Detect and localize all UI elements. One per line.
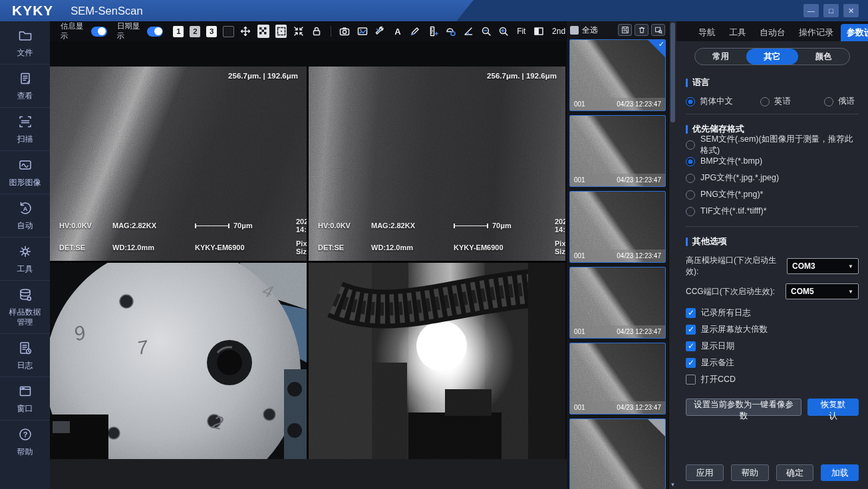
- sidebar-item-sample-data[interactable]: 样品数据管理: [0, 281, 50, 334]
- thumbnail-scrollbar[interactable]: ▼: [668, 21, 676, 489]
- checkbox-log-all[interactable]: 记录所有日志: [686, 305, 859, 321]
- preview-icon[interactable]: [651, 24, 665, 36]
- select-all-checkbox[interactable]: [570, 26, 579, 35]
- subtab-common[interactable]: 常用: [695, 49, 746, 65]
- format-option-sem[interactable]: SEM文件(.sem)(如图像用于测量，推荐此格式): [686, 136, 859, 153]
- save-image-icon[interactable]: [357, 25, 368, 38]
- language-options: 简体中文 英语 俄语: [686, 96, 859, 107]
- measure-ruler-icon[interactable]: [427, 25, 439, 38]
- tab-navigation[interactable]: 导航: [692, 24, 722, 41]
- thumbnail-id: 001: [574, 176, 585, 184]
- shrink-icon[interactable]: [293, 25, 305, 38]
- save-icon[interactable]: [618, 24, 632, 36]
- adjust-tools-icon[interactable]: [374, 25, 386, 38]
- ccg-port-select[interactable]: COM5▼: [786, 283, 859, 299]
- checkbox-open-ccd[interactable]: 打开CCD: [686, 371, 859, 388]
- move-expand-icon[interactable]: [240, 25, 252, 38]
- sidebar-item-scan[interactable]: 扫描: [0, 108, 50, 151]
- date-display-toggle[interactable]: [147, 27, 163, 37]
- sidebar-item-graphics[interactable]: 图形图像: [0, 151, 50, 194]
- apply-button[interactable]: 应用: [686, 464, 724, 481]
- zoom-out-icon[interactable]: [480, 25, 492, 38]
- restore-defaults-button[interactable]: 恢复默认: [807, 399, 859, 416]
- help-button[interactable]: 帮助: [731, 464, 769, 481]
- sidebar-item-window[interactable]: 窗口: [0, 377, 50, 420]
- database-icon: [18, 287, 33, 305]
- lock-icon[interactable]: [311, 25, 323, 38]
- hv-port-select[interactable]: COM3▼: [787, 258, 859, 274]
- svg-text:A: A: [394, 27, 401, 37]
- text-annotation-icon[interactable]: A: [392, 25, 404, 38]
- sidebar-item-tools[interactable]: 工具: [0, 238, 50, 281]
- ok-button[interactable]: 确定: [776, 464, 814, 481]
- sem-metadata-overlay: HV:0.0KV MAG:2.82KX 70μm 2024.07.23 14:4…: [59, 218, 301, 255]
- view-1-button[interactable]: 1: [173, 26, 184, 37]
- pen-icon[interactable]: [410, 25, 422, 38]
- capture-camera-icon[interactable]: [339, 25, 351, 38]
- split-view-icon[interactable]: [533, 25, 545, 38]
- protractor-icon[interactable]: [445, 25, 457, 38]
- panel-tabs: 导航 工具 自动台 操作记录 参数设置: [676, 21, 868, 41]
- minimize-button[interactable]: —: [803, 4, 819, 17]
- thumbnail-item[interactable]: 00104/23 12:23:47: [569, 115, 666, 187]
- tab-operation-log[interactable]: 操作记录: [793, 24, 839, 41]
- format-option-tif[interactable]: TIF文件(*.tif.*tifff)*: [686, 203, 859, 220]
- format-option-jpg[interactable]: JPG文件(*.jpg.*.jpeg): [686, 170, 859, 186]
- close-button[interactable]: ✕: [843, 4, 859, 17]
- scrollbar-thumb[interactable]: [670, 23, 675, 122]
- zoom-in-icon[interactable]: [498, 25, 510, 38]
- thumbnail-item[interactable]: 00104/23 12:23:47: [569, 267, 666, 339]
- grid-pattern-icon[interactable]: [257, 25, 269, 38]
- sidebar-item-label: 窗口: [7, 404, 43, 414]
- selection-box-icon[interactable]: [275, 25, 287, 38]
- scroll-down-icon[interactable]: ▼: [669, 482, 676, 488]
- load-button[interactable]: 加载: [821, 464, 859, 481]
- language-option-zh[interactable]: 简体中文: [686, 96, 760, 107]
- sidebar-item-log[interactable]: 日志: [0, 334, 50, 377]
- main-toolbar: 信息显示 日期显示 1 2 3 A: [50, 21, 567, 41]
- tab-autostage[interactable]: 自动台: [754, 24, 792, 41]
- tab-tools[interactable]: 工具: [723, 24, 752, 41]
- delete-icon[interactable]: [635, 24, 649, 36]
- radio-icon: [686, 97, 695, 106]
- checkbox-show-remarks[interactable]: 显示备注: [686, 355, 859, 371]
- language-option-en[interactable]: 英语: [760, 96, 824, 107]
- checkbox-show-screen-mag[interactable]: 显示屏幕放大倍数: [686, 321, 859, 338]
- thumbnail-item[interactable]: [569, 418, 666, 489]
- app-title: SEM-SenScan: [71, 5, 142, 17]
- sem-view-2[interactable]: 256.7μm. | 192.6μm HV:0.0KV MAG:2.82KX 7…: [309, 67, 565, 261]
- language-option-ru[interactable]: 俄语: [824, 96, 855, 107]
- sidebar-item-auto[interactable]: A 自动: [0, 194, 50, 238]
- checkbox-show-date[interactable]: 显示日期: [686, 338, 859, 355]
- subtab-color[interactable]: 颜色: [798, 49, 849, 65]
- sidebar-item-file[interactable]: 文件: [0, 21, 50, 65]
- set-oneclick-params-button[interactable]: 设置当前参数为一键看像参数: [686, 399, 801, 416]
- info-display-toggle[interactable]: [91, 27, 107, 37]
- thumbnail-item[interactable]: 00104/23 12:23:47: [569, 39, 666, 111]
- view-4-button[interactable]: [223, 26, 233, 37]
- thumbnail-id: 001: [574, 404, 585, 411]
- second-display-button[interactable]: 2nd: [551, 27, 567, 36]
- checkbox-label: 记录所有日志: [701, 307, 751, 319]
- det-value: DET:SE: [318, 244, 371, 251]
- format-option-png[interactable]: PNG文件(*.png)*: [686, 186, 859, 203]
- chamber-camera-view[interactable]: [309, 263, 565, 459]
- view-2-button[interactable]: 2: [190, 26, 200, 37]
- sidebar-item-view[interactable]: 查看: [0, 65, 50, 108]
- fit-button[interactable]: Fit: [515, 27, 527, 36]
- subtab-other[interactable]: 其它: [746, 49, 797, 65]
- sem-view-1[interactable]: 256.7μm. | 192.6μm HV:0.0KV MAG:2.82KX 7…: [50, 67, 307, 261]
- det-value: DET:SE: [59, 244, 112, 251]
- angle-measure-icon[interactable]: [462, 25, 474, 38]
- title-bar: KYKY SEM-SenScan — □ ✕: [0, 0, 868, 21]
- view-3-button[interactable]: 3: [206, 26, 217, 37]
- tab-parameter-settings[interactable]: 参数设置: [841, 24, 868, 41]
- thumbnail-item[interactable]: 00104/23 12:23:47: [569, 191, 666, 263]
- sidebar-item-help[interactable]: ? 帮助: [0, 420, 50, 463]
- datetime-value: 2024.07.23 14:48: [555, 218, 565, 234]
- format-option-bmp[interactable]: BMP文件(*.bmp): [686, 153, 859, 170]
- maximize-button[interactable]: □: [823, 4, 839, 17]
- stage-camera-view[interactable]: 9 7 2 1 4: [50, 263, 307, 459]
- selected-check-icon: [648, 40, 665, 57]
- thumbnail-item[interactable]: 00104/23 12:23:47: [569, 343, 666, 414]
